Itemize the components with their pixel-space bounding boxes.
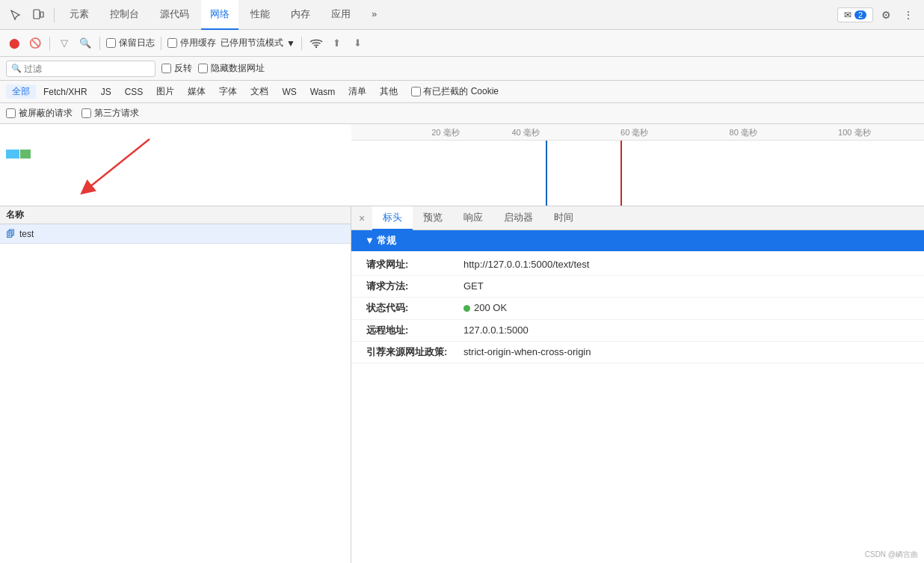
- type-btn-fetch[interactable]: Fetch/XHR: [37, 86, 93, 98]
- detail-val-remote: 127.0.0.1:5000: [463, 324, 529, 337]
- detail-tab-timing[interactable]: 时间: [543, 206, 584, 230]
- detail-content: ▼ 常规 请求网址: http://127.0.0.1:5000/text/te…: [351, 230, 924, 563]
- tab-network[interactable]: 网络: [201, 0, 238, 30]
- detail-val-url: http://127.0.0.1:5000/text/test: [463, 258, 589, 271]
- timeline-area: 20 毫秒 40 毫秒 60 毫秒 80 毫秒 100 毫秒: [0, 124, 924, 206]
- divider: [99, 37, 100, 50]
- section-title: ▼ 常规: [365, 234, 396, 247]
- detail-key-url: 请求网址:: [366, 258, 463, 271]
- tab-sources[interactable]: 源代码: [151, 0, 198, 30]
- detail-key-method: 请求方法:: [366, 280, 463, 293]
- cookie-filter-checkbox[interactable]: 有已拦截的 Cookie: [411, 85, 499, 98]
- filter-input-wrap: 🔍: [6, 61, 155, 77]
- tab-performance[interactable]: 性能: [241, 0, 279, 30]
- clear-button[interactable]: 🚫: [27, 35, 43, 52]
- cursor-icon[interactable]: [6, 5, 25, 25]
- device-icon[interactable]: [28, 5, 48, 25]
- detail-key-status: 状态代码:: [366, 301, 463, 315]
- detail-row-remote: 远程地址: 127.0.0.1:5000: [351, 320, 924, 342]
- extra-filter-row: 被屏蔽的请求 第三方请求: [0, 103, 924, 124]
- type-btn-other[interactable]: 其他: [374, 84, 404, 99]
- type-btn-ws[interactable]: WS: [276, 86, 302, 98]
- general-detail-rows: 请求网址: http://127.0.0.1:5000/text/test 请求…: [351, 251, 924, 366]
- top-toolbar: 元素 控制台 源代码 网络 性能 内存 应用 » ✉ 2 ⚙ ⋮: [0, 0, 924, 30]
- watermark: CSDN @嶙宫曲: [865, 550, 918, 560]
- filter-icon[interactable]: ▽: [56, 35, 73, 52]
- filter-row: 🔍 反转 隐藏数据网址: [0, 57, 924, 81]
- divider: [161, 37, 161, 50]
- detail-row-method: 请求方法: GET: [351, 276, 924, 298]
- blocked-requests-checkbox[interactable]: 被屏蔽的请求: [6, 107, 73, 120]
- type-btn-font[interactable]: 字体: [213, 84, 243, 99]
- detail-val-method: GET: [463, 280, 484, 293]
- mark-80ms: 80 毫秒: [730, 127, 757, 138]
- feedback-button[interactable]: ✉ 2: [837, 7, 873, 22]
- request-name-test: test: [19, 229, 34, 239]
- disable-cache-checkbox[interactable]: 停用缓存: [167, 37, 216, 49]
- request-file-icon: 🗐: [6, 229, 15, 239]
- type-btn-manifest[interactable]: 清单: [342, 84, 372, 99]
- timeline-content: [0, 141, 924, 206]
- type-btn-media[interactable]: 媒体: [182, 84, 212, 99]
- status-dot-green: [463, 305, 470, 312]
- type-btn-doc[interactable]: 文档: [244, 84, 274, 99]
- detail-val-referrer: strict-origin-when-cross-origin: [463, 345, 591, 359]
- type-filter-row: 全部 Fetch/XHR JS CSS 图片 媒体 字体 文档 WS Wasm …: [0, 81, 924, 103]
- filter-search-icon: 🔍: [11, 64, 22, 73]
- type-btn-wasm[interactable]: Wasm: [304, 86, 342, 98]
- feedback-count: 2: [854, 10, 866, 19]
- left-panel: 名称 🗐 test: [0, 206, 351, 563]
- general-section-header[interactable]: ▼ 常规: [351, 230, 924, 251]
- upload-icon[interactable]: ⬆: [329, 35, 345, 52]
- detail-row-referrer: 引荐来源网址政策: strict-origin-when-cross-origi…: [351, 342, 924, 363]
- detail-row-status: 状态代码: 200 OK: [351, 298, 924, 319]
- detail-tabs: × 标头 预览 响应 启动器 时间: [351, 206, 924, 230]
- detail-row-url: 请求网址: http://127.0.0.1:5000/text/test: [351, 254, 924, 276]
- download-icon[interactable]: ⬇: [350, 35, 366, 52]
- detail-tab-headers[interactable]: 标头: [372, 206, 413, 230]
- divider: [301, 37, 302, 50]
- main-content: 名称 🗐 test × 标头 预览 响应 启动器 时间 ▼ 常规: [0, 206, 924, 563]
- mini-bar-blue: [6, 150, 19, 159]
- search-icon[interactable]: 🔍: [77, 35, 93, 52]
- tab-console[interactable]: 控制台: [101, 0, 148, 30]
- third-party-checkbox[interactable]: 第三方请求: [81, 107, 139, 120]
- request-list: 🗐 test: [0, 224, 351, 563]
- vline-red: [620, 141, 622, 206]
- request-row-test[interactable]: 🗐 test: [0, 224, 351, 244]
- hide-data-url-checkbox[interactable]: 隐藏数据网址: [198, 62, 265, 75]
- more-icon[interactable]: ⋮: [899, 5, 918, 25]
- svg-rect-1: [40, 12, 43, 17]
- detail-tab-initiator[interactable]: 启动器: [493, 206, 543, 230]
- close-detail-button[interactable]: ×: [351, 206, 372, 230]
- tab-application[interactable]: 应用: [322, 0, 360, 30]
- vline-blue: [546, 141, 547, 206]
- tab-more[interactable]: »: [363, 0, 386, 30]
- timeline-ruler: 20 毫秒 40 毫秒 60 毫秒 80 毫秒 100 毫秒: [351, 124, 924, 141]
- type-btn-img[interactable]: 图片: [150, 84, 180, 99]
- mark-20ms: 20 毫秒: [431, 127, 459, 138]
- tab-elements[interactable]: 元素: [61, 0, 98, 30]
- detail-tab-preview[interactable]: 预览: [413, 206, 453, 230]
- detail-tab-response[interactable]: 响应: [453, 206, 493, 230]
- invert-checkbox[interactable]: 反转: [161, 62, 192, 75]
- preserve-log-checkbox[interactable]: 保留日志: [106, 37, 155, 49]
- filter-input[interactable]: [24, 64, 150, 74]
- settings-icon[interactable]: ⚙: [876, 5, 896, 25]
- mini-request-bar: [6, 150, 31, 159]
- record-button[interactable]: ⬤: [6, 35, 22, 52]
- throttle-dropdown[interactable]: 已停用节流模式 ▼: [221, 37, 295, 49]
- divider: [54, 7, 55, 22]
- wifi-icon[interactable]: [308, 35, 324, 52]
- message-icon: ✉: [844, 10, 851, 20]
- tab-memory[interactable]: 内存: [282, 0, 319, 30]
- type-btn-css[interactable]: CSS: [119, 86, 150, 98]
- mini-bar-green: [20, 150, 31, 159]
- timeline-vlines: [351, 141, 924, 206]
- type-btn-all[interactable]: 全部: [6, 84, 36, 99]
- svg-point-2: [315, 46, 317, 47]
- type-btn-js[interactable]: JS: [95, 86, 117, 98]
- detail-key-remote: 远程地址:: [366, 324, 463, 337]
- right-panel: × 标头 预览 响应 启动器 时间 ▼ 常规 请求网址: http://127.…: [351, 206, 924, 563]
- toolbar-right: ✉ 2 ⚙ ⋮: [837, 5, 918, 25]
